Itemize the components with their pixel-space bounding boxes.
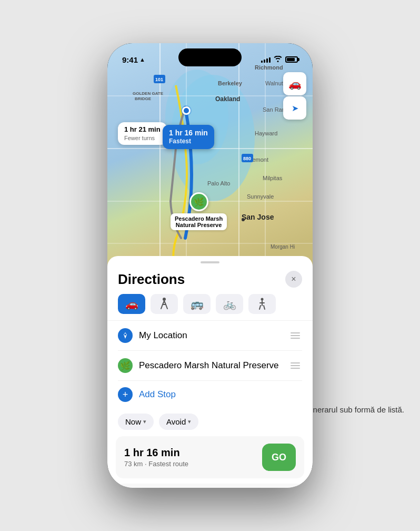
wifi-icon [274, 55, 282, 64]
tab-transit[interactable]: 🚌 [183, 294, 211, 314]
avoid-option[interactable]: Avoid ▾ [159, 414, 198, 430]
origin-drag-handle[interactable] [288, 330, 302, 341]
tab-cycle[interactable]: 🚲 [216, 294, 243, 314]
route-bubble-alternate[interactable]: 1 hr 21 min Fewer turns [118, 122, 167, 145]
destination-marker: 🌿 Pescadero Marsh Natural Preserve [171, 192, 227, 230]
status-time: 9:41 [122, 55, 138, 64]
time-chevron-icon: ▾ [143, 418, 146, 425]
dest-label-text: Pescadero Marsh Natural Preserve [139, 360, 282, 371]
svg-point-31 [261, 298, 264, 301]
route-1-detail: 73 km · Fastest route [124, 460, 188, 468]
origin-label: My Location [139, 330, 282, 341]
options-row: Now ▾ Avoid ▾ [107, 408, 313, 436]
svg-text:Sunnyvale: Sunnyvale [247, 193, 274, 200]
avoid-option-label: Avoid [166, 417, 186, 426]
add-stop-row[interactable]: + Add Stop [118, 381, 302, 408]
svg-text:101: 101 [155, 77, 163, 82]
phone-frame: 9:41 ▲ [107, 43, 313, 488]
close-button[interactable]: × [285, 271, 302, 288]
svg-text:Hayward: Hayward [255, 130, 277, 136]
svg-point-32 [124, 333, 126, 336]
tab-accessible[interactable] [248, 294, 276, 314]
origin-icon [118, 328, 133, 343]
signal-icon [261, 56, 271, 63]
go-button-1[interactable]: GO [262, 444, 296, 471]
destination-waypoint[interactable]: 🌿 Pescadero Marsh Natural Preserve [118, 351, 302, 381]
route-bubble-fastest[interactable]: 1 hr 16 min Fastest [163, 125, 214, 149]
sheet-header: Directions × [107, 263, 313, 292]
route1-time: 1 hr 21 min [124, 125, 161, 134]
bottom-sheet: Directions × 🚗 🚌 🚲 [107, 256, 313, 488]
add-stop-label: Add Stop [139, 389, 176, 400]
svg-text:880: 880 [243, 156, 251, 161]
map-svg: Richmond Berkeley Walnut Cre Oakland San… [107, 43, 313, 270]
svg-point-25 [242, 218, 245, 221]
svg-text:BRIDGE: BRIDGE [135, 96, 152, 101]
route-card-alternate[interactable]: 1 hr 21 min GO [116, 484, 304, 488]
svg-text:Palo Alto: Palo Alto [207, 180, 230, 186]
svg-text:GOLDEN GATE: GOLDEN GATE [133, 91, 164, 96]
tab-drive[interactable]: 🚗 [118, 294, 145, 314]
svg-text:Berkeley: Berkeley [218, 80, 243, 86]
location-center-btn[interactable]: ➤ [283, 96, 306, 120]
dest-label-1: Pescadero Marsh [175, 215, 223, 222]
dest-icon: 🌿 [118, 358, 133, 373]
map-area[interactable]: Richmond Berkeley Walnut Cre Oakland San… [107, 43, 313, 270]
time-option[interactable]: Now ▾ [118, 414, 154, 430]
origin-marker [182, 106, 191, 115]
time-option-label: Now [125, 417, 141, 426]
dest-drag-handle[interactable] [288, 360, 302, 371]
origin-waypoint[interactable]: My Location [118, 321, 302, 351]
add-stop-icon: + [118, 387, 133, 402]
transport-tabs: 🚗 🚌 🚲 [107, 292, 313, 320]
dynamic-island [178, 48, 242, 66]
route-cards: 1 hr 16 min 73 km · Fastest route GO 1 h… [107, 436, 313, 488]
svg-text:Oakland: Oakland [215, 95, 240, 103]
route-1-time: 1 hr 16 min [124, 447, 188, 459]
drive-mode-map-btn[interactable]: 🚗 [283, 72, 306, 95]
avoid-chevron-icon: ▾ [188, 418, 191, 425]
location-arrow-icon: ▲ [139, 56, 145, 63]
waypoints-section: My Location 🌿 Pescadero Marsh Natural Pr… [107, 320, 313, 408]
directions-title: Directions [118, 271, 185, 288]
battery-icon [285, 56, 298, 63]
route-1-info: 1 hr 16 min 73 km · Fastest route [124, 447, 188, 468]
route2-time: 1 hr 16 min [169, 128, 208, 137]
route1-subtitle: Fewer turns [124, 134, 161, 142]
svg-text:Milpitas: Milpitas [263, 175, 283, 181]
map-controls: 🚗 ➤ [283, 72, 306, 120]
route2-subtitle: Fastest [169, 137, 208, 146]
route-card-fastest[interactable]: 1 hr 16 min 73 km · Fastest route GO [116, 436, 304, 478]
dest-label-2: Natural Preserve [175, 222, 223, 228]
tab-walk[interactable] [151, 294, 178, 314]
svg-text:San Jose: San Jose [242, 213, 274, 221]
svg-text:Morgan Hi: Morgan Hi [271, 244, 295, 250]
